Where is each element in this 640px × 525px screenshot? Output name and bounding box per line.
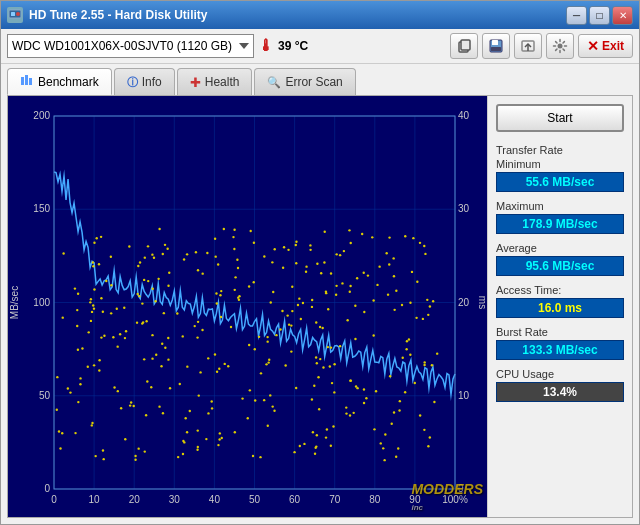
temperature-display: 🌡 39 °C — [258, 37, 308, 55]
toolbar-right: ✕ Exit — [450, 33, 633, 59]
cpu-usage-section: CPU Usage 13.4% — [496, 368, 624, 402]
thermometer-icon: 🌡 — [258, 37, 274, 55]
close-button[interactable]: ✕ — [612, 6, 633, 25]
svg-rect-7 — [491, 47, 501, 51]
health-tab-icon: ✚ — [190, 75, 201, 90]
tab-errorscan[interactable]: 🔍 Error Scan — [254, 68, 355, 95]
exit-label: Exit — [602, 39, 624, 53]
toolbar-left: WDC WD1001X06X-00SJVT0 (1120 GB) 🌡 39 °C — [7, 34, 308, 58]
average-value: 95.6 MB/sec — [496, 256, 624, 276]
drive-select[interactable]: WDC WD1001X06X-00SJVT0 (1120 GB) — [7, 34, 254, 58]
tab-errorscan-label: Error Scan — [285, 75, 342, 89]
right-panel: Start Transfer Rate Minimum 55.6 MB/sec … — [487, 96, 632, 517]
burst-rate-value: 133.3 MB/sec — [496, 340, 624, 360]
minimum-label: Minimum — [496, 158, 624, 170]
maximum-label: Maximum — [496, 200, 624, 212]
svg-point-10 — [557, 44, 562, 49]
titlebar: HD Tune 2.55 - Hard Disk Utility ─ □ ✕ — [1, 1, 639, 29]
app-icon — [7, 7, 23, 23]
chart-area: MODDERS inc — [8, 96, 487, 517]
cpu-usage-label: CPU Usage — [496, 368, 624, 380]
temperature-value: 39 °C — [278, 39, 308, 53]
toolbar: WDC WD1001X06X-00SJVT0 (1120 GB) 🌡 39 °C — [1, 29, 639, 64]
tab-health[interactable]: ✚ Health — [177, 68, 253, 95]
svg-rect-4 — [461, 40, 470, 50]
benchmark-tab-icon — [20, 73, 34, 90]
tabs-container: Benchmark ⓘ Info ✚ Health 🔍 Error Scan — [1, 64, 639, 95]
maximize-button[interactable]: □ — [589, 6, 610, 25]
benchmark-canvas — [8, 96, 487, 517]
svg-rect-11 — [21, 77, 24, 85]
svg-rect-13 — [29, 78, 32, 85]
burst-rate-section: Burst Rate 133.3 MB/sec — [496, 326, 624, 360]
start-button[interactable]: Start — [496, 104, 624, 132]
access-time-label: Access Time: — [496, 284, 624, 296]
transfer-rate-section: Transfer Rate Minimum 55.6 MB/sec — [496, 144, 624, 192]
access-time-section: Access Time: 16.0 ms — [496, 284, 624, 318]
minimum-value: 55.6 MB/sec — [496, 172, 624, 192]
window-title: HD Tune 2.55 - Hard Disk Utility — [29, 8, 207, 22]
maximum-section: Maximum 178.9 MB/sec — [496, 200, 624, 234]
titlebar-controls: ─ □ ✕ — [566, 6, 633, 25]
burst-rate-label: Burst Rate — [496, 326, 624, 338]
svg-rect-6 — [492, 40, 498, 45]
minimize-button[interactable]: ─ — [566, 6, 587, 25]
copy-icon-button[interactable] — [450, 33, 478, 59]
export-icon-button[interactable] — [514, 33, 542, 59]
tab-info[interactable]: ⓘ Info — [114, 68, 175, 95]
titlebar-left: HD Tune 2.55 - Hard Disk Utility — [7, 7, 207, 23]
brand-name: MODDERS — [411, 481, 483, 497]
access-time-value: 16.0 ms — [496, 298, 624, 318]
svg-rect-1 — [11, 12, 15, 16]
cpu-usage-value: 13.4% — [496, 382, 624, 402]
maximum-value: 178.9 MB/sec — [496, 214, 624, 234]
transfer-rate-label: Transfer Rate — [496, 144, 624, 156]
info-tab-icon: ⓘ — [127, 75, 138, 90]
save-icon-button[interactable] — [482, 33, 510, 59]
exit-icon: ✕ — [587, 38, 599, 54]
modders-logo: MODDERS inc — [411, 481, 483, 513]
brand-sub: inc — [411, 503, 423, 512]
average-section: Average 95.6 MB/sec — [496, 242, 624, 276]
svg-point-2 — [16, 12, 20, 16]
tab-benchmark[interactable]: Benchmark — [7, 68, 112, 95]
tab-health-label: Health — [205, 75, 240, 89]
errorscan-tab-icon: 🔍 — [267, 76, 281, 89]
main-window: HD Tune 2.55 - Hard Disk Utility ─ □ ✕ W… — [0, 0, 640, 525]
tab-info-label: Info — [142, 75, 162, 89]
exit-button[interactable]: ✕ Exit — [578, 34, 633, 58]
settings-icon-button[interactable] — [546, 33, 574, 59]
content-area: MODDERS inc Start Transfer Rate Minimum … — [7, 95, 633, 518]
svg-rect-12 — [25, 75, 28, 85]
tab-benchmark-label: Benchmark — [38, 75, 99, 89]
average-label: Average — [496, 242, 624, 254]
